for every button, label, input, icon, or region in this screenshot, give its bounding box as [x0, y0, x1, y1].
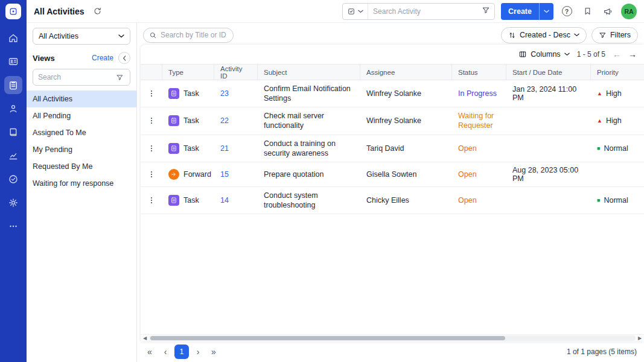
filter-icon: [482, 6, 490, 14]
refresh-button[interactable]: [91, 4, 105, 19]
row-actions-button[interactable]: [141, 170, 162, 179]
table-row[interactable]: Task 14 Conduct system troubleshooting C…: [141, 187, 644, 214]
rail-settings-button[interactable]: [4, 194, 22, 212]
last-page-button[interactable]: »: [207, 345, 220, 358]
activity-assignee: Winfrey Solanke: [360, 116, 452, 125]
activity-subject: Confirm Email Notification Settings: [258, 84, 360, 103]
app-rail: [0, 0, 27, 362]
columns-button[interactable]: Columns: [518, 50, 569, 59]
column-header-activity-id[interactable]: Activity ID: [214, 65, 258, 80]
page-range-label: 1 - 5 of 5: [577, 50, 605, 59]
bookmarks-button[interactable]: [580, 4, 595, 19]
avatar[interactable]: RA: [621, 4, 637, 19]
table-row[interactable]: Task 21 Conduct a training on security a…: [141, 135, 644, 162]
column-header-type[interactable]: Type: [162, 65, 214, 80]
view-item-my-pending[interactable]: My Pending: [27, 141, 136, 158]
pagination-bar: « ‹ 1 › » 1 of 1 pages (5 items): [137, 341, 644, 362]
chevron-down-icon: [118, 34, 124, 38]
column-header-status[interactable]: Status: [452, 65, 506, 80]
scroll-left-icon[interactable]: ◀: [142, 336, 148, 341]
announcements-button[interactable]: [601, 4, 615, 19]
activities-table-card: Columns 1 - 5 of 5 ← → Type Activity ID …: [141, 45, 644, 341]
view-item-requested-by-me[interactable]: Requested By Me: [27, 158, 136, 175]
activity-status: Waiting for Requester: [458, 111, 500, 131]
table-toolbar: Columns 1 - 5 of 5 ← →: [141, 45, 644, 64]
activity-status: Open: [458, 144, 477, 153]
views-collection-select[interactable]: All Activities: [33, 28, 130, 45]
table-row[interactable]: Forward 15 Prepare quotation Gisella Sow…: [141, 162, 644, 187]
activity-subject: Conduct system troubleshooting: [258, 191, 360, 210]
rail-home-button[interactable]: [4, 29, 22, 47]
more-icon: [8, 221, 19, 232]
rail-knowledge-base-button[interactable]: [4, 123, 22, 141]
rail-contacts-button[interactable]: [4, 52, 22, 71]
scrollbar-thumb[interactable]: [150, 336, 505, 340]
rail-more-button[interactable]: [4, 217, 22, 235]
view-item-all-activities[interactable]: All Activities: [27, 91, 136, 107]
activities-icon: [8, 80, 19, 91]
activity-status: Open: [458, 170, 477, 179]
chevron-left-icon: [123, 56, 126, 61]
columns-label: Columns: [531, 50, 560, 59]
range-prev-button[interactable]: ←: [613, 50, 621, 59]
question-icon: ?: [562, 6, 572, 16]
row-actions-button[interactable]: [141, 89, 162, 98]
column-header-priority[interactable]: Priority: [591, 65, 644, 80]
range-next-button[interactable]: →: [628, 50, 637, 59]
rail-analytics-button[interactable]: [4, 147, 22, 165]
page-1-button[interactable]: 1: [174, 345, 189, 359]
table-row[interactable]: Task 23 Confirm Email Notification Setti…: [141, 80, 644, 107]
scroll-right-icon[interactable]: ▶: [637, 336, 643, 341]
activity-status: In Progress: [458, 89, 497, 98]
activity-id-link[interactable]: 22: [220, 116, 229, 125]
column-header-assignee[interactable]: Assignee: [360, 65, 452, 80]
sort-button[interactable]: Created - Desc: [501, 27, 587, 43]
filter-icon: [599, 31, 607, 39]
prev-page-button[interactable]: ‹: [159, 345, 172, 358]
create-button[interactable]: Create: [501, 3, 539, 20]
help-button[interactable]: ?: [560, 4, 574, 19]
activity-subject: Conduct a training on security awareness: [258, 139, 360, 158]
first-page-button[interactable]: «: [143, 345, 156, 358]
row-actions-button[interactable]: [141, 144, 162, 153]
next-page-button[interactable]: ›: [191, 345, 205, 358]
activity-assignee: Gisella Sowten: [360, 170, 452, 179]
view-item-all-pending[interactable]: All Pending: [27, 107, 136, 124]
rail-activities-button[interactable]: [4, 76, 22, 94]
table-row[interactable]: Task 22 Check mail server functionality …: [141, 107, 644, 135]
row-actions-button[interactable]: [141, 196, 162, 205]
activity-assignee: Winfrey Solanke: [360, 89, 452, 98]
global-search-input[interactable]: [368, 7, 477, 16]
scrollbar-track[interactable]: [149, 335, 636, 341]
home-icon: [8, 33, 19, 43]
priority-high-icon: ▲: [597, 91, 602, 97]
column-header-start-due-date[interactable]: Start / Due Date: [506, 65, 591, 80]
create-menu-button[interactable]: [539, 3, 553, 20]
horizontal-scrollbar[interactable]: ◀ ▶: [141, 334, 644, 341]
view-item-waiting-for-my-response[interactable]: Waiting for my response: [27, 175, 136, 192]
view-item-assigned-to-me[interactable]: Assigned To Me: [27, 124, 136, 141]
row-actions-button[interactable]: [141, 116, 162, 125]
table-empty-space: [141, 214, 644, 335]
views-search-input[interactable]: [38, 73, 110, 81]
activities-list-area: Created - Desc Filters Columns: [137, 23, 644, 362]
filters-button[interactable]: Filters: [591, 27, 638, 43]
views-filter-button[interactable]: [114, 72, 125, 83]
search-scope-button[interactable]: [343, 4, 368, 19]
kebab-icon: [147, 116, 156, 125]
views-collapse-button[interactable]: [118, 52, 130, 64]
activity-id-link[interactable]: 23: [220, 89, 229, 98]
activity-id-link[interactable]: 14: [220, 196, 229, 205]
views-create-link[interactable]: Create: [92, 54, 113, 62]
forward-type-icon: [168, 169, 179, 180]
activity-id-link[interactable]: 21: [220, 144, 229, 153]
column-header-subject[interactable]: Subject: [258, 65, 360, 80]
views-section-label: Views: [33, 54, 87, 63]
contacts-icon: [8, 56, 19, 67]
table-search-input[interactable]: [161, 31, 228, 39]
rail-customers-button[interactable]: [4, 100, 22, 118]
columns-icon: [518, 50, 527, 59]
activity-id-link[interactable]: 15: [220, 170, 229, 179]
search-filter-button[interactable]: [477, 4, 494, 19]
rail-approvals-button[interactable]: [4, 170, 22, 188]
